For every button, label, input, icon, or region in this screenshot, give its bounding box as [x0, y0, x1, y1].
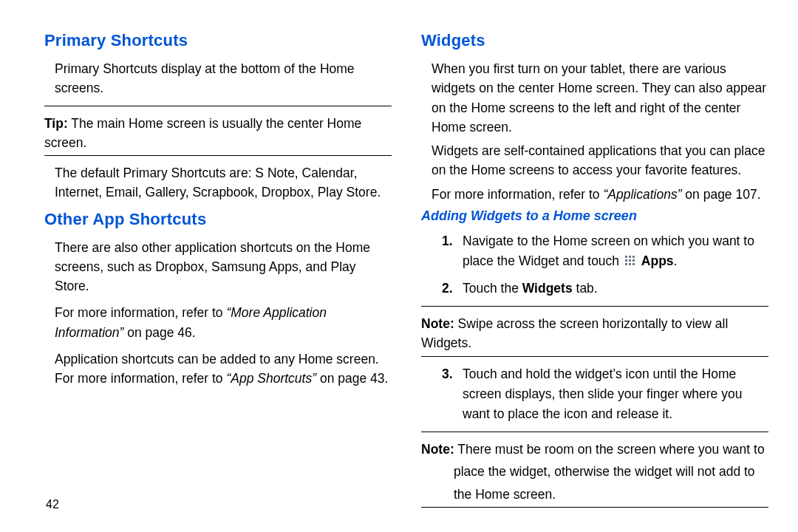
note-text: Swipe across the screen horizontally to … — [421, 316, 728, 350]
divider — [421, 356, 768, 357]
reference-link: “Applications” — [603, 187, 681, 202]
note-text: There must be room on the screen where y… — [454, 442, 765, 457]
apps-grid-icon — [624, 255, 636, 267]
paragraph: For more information, refer to “Applicat… — [432, 185, 768, 204]
text: on page 107. — [681, 187, 760, 202]
note-continuation: the Home screen. — [454, 485, 768, 504]
tip-text: The main Home screen is usually the cent… — [44, 116, 361, 150]
svg-rect-2 — [632, 256, 635, 258]
text: tab. — [573, 281, 598, 296]
paragraph: For more information, refer to “More App… — [55, 303, 392, 342]
svg-rect-6 — [625, 263, 627, 265]
svg-rect-7 — [629, 263, 631, 265]
divider — [421, 507, 768, 508]
steps-list: 1. Navigate to the Home screen on which … — [442, 231, 768, 299]
tip-label: Tip: — [44, 116, 68, 131]
note-continuation: place the widget, otherwise the widget w… — [454, 462, 768, 481]
page-number: 42 — [46, 498, 59, 511]
text: . — [674, 253, 678, 268]
text: on page 46. — [123, 325, 195, 340]
svg-rect-5 — [632, 259, 635, 262]
apps-label: Apps — [641, 253, 674, 268]
text: Touch and hold the widget’s icon until t… — [463, 366, 742, 421]
paragraph: Application shortcuts can be added to an… — [55, 349, 392, 389]
tip-note: Tip: The main Home screen is usually the… — [44, 114, 392, 153]
paragraph: The default Primary Shortcuts are: S Not… — [55, 163, 392, 202]
note: Note: Swipe across the screen horizontal… — [421, 314, 768, 353]
paragraph: Widgets are self-contained applications … — [432, 141, 768, 180]
text: For more information, refer to — [55, 305, 226, 320]
left-column: Primary Shortcuts Primary Shortcuts disp… — [44, 31, 392, 515]
heading-primary-shortcuts: Primary Shortcuts — [44, 31, 392, 50]
text: For more information, refer to — [432, 187, 603, 202]
text: on page 43. — [316, 371, 388, 386]
svg-rect-1 — [629, 256, 631, 258]
svg-rect-4 — [629, 259, 631, 262]
steps-list: 3. Touch and hold the widget’s icon unti… — [442, 364, 768, 424]
svg-rect-0 — [625, 256, 627, 258]
svg-rect-8 — [632, 263, 635, 265]
step-number: 1. — [442, 231, 453, 251]
step-1: 1. Navigate to the Home screen on which … — [442, 231, 768, 271]
widgets-tab-label: Widgets — [522, 281, 573, 296]
note-label: Note: — [421, 316, 454, 331]
text: Navigate to the Home screen on which you… — [463, 233, 754, 268]
reference-link: “App Shortcuts” — [226, 371, 316, 386]
right-column: Widgets When you first turn on your tabl… — [421, 31, 768, 515]
paragraph: There are also other application shortcu… — [55, 238, 392, 296]
note-label: Note: — [421, 442, 454, 457]
heading-other-app-shortcuts: Other App Shortcuts — [44, 210, 392, 229]
divider — [421, 306, 768, 307]
paragraph: Primary Shortcuts display at the bottom … — [55, 59, 392, 98]
note: Note: There must be room on the screen w… — [421, 440, 768, 459]
svg-rect-3 — [625, 259, 627, 262]
divider — [44, 106, 392, 106]
divider — [44, 155, 392, 156]
heading-widgets: Widgets — [421, 31, 768, 50]
manual-page: Primary Shortcuts Primary Shortcuts disp… — [0, 0, 798, 515]
step-number: 3. — [442, 364, 453, 384]
text: Touch the — [463, 281, 522, 296]
step-2: 2. Touch the Widgets tab. — [442, 279, 768, 299]
step-number: 2. — [442, 279, 453, 299]
paragraph: When you first turn on your tablet, ther… — [432, 59, 768, 137]
divider — [421, 432, 768, 432]
step-3: 3. Touch and hold the widget’s icon unti… — [442, 364, 768, 424]
heading-adding-widgets: Adding Widgets to a Home screen — [421, 208, 768, 224]
